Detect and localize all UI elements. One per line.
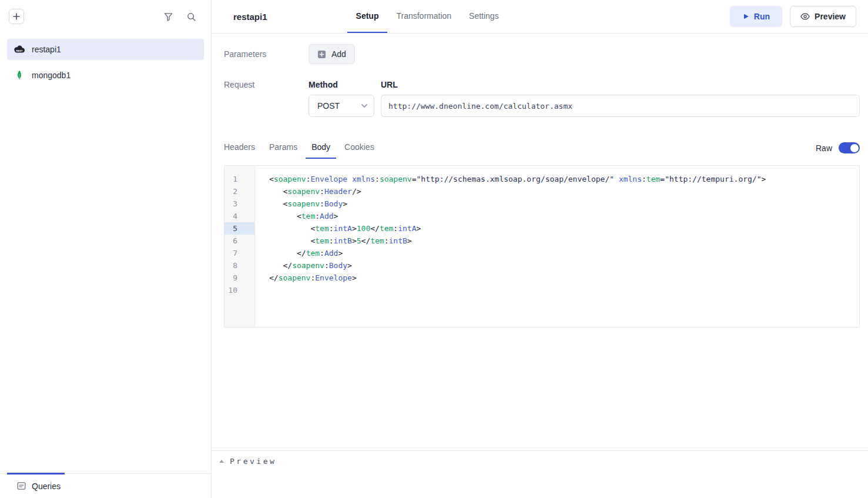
line-number: 9 [224, 272, 254, 284]
line-number: 4 [224, 210, 254, 222]
entity-label: restapi1 [32, 45, 61, 54]
body-code-editor: 12345678910 <soapenv:Envelope xmlns:soap… [224, 165, 860, 327]
tab-headers[interactable]: Headers [218, 137, 261, 159]
request-label: Request [224, 80, 309, 117]
method-label: Method [309, 80, 374, 89]
tab-settings[interactable]: Settings [460, 0, 508, 33]
queries-icon [16, 481, 26, 491]
line-number: 3 [224, 198, 254, 210]
add-parameter-button[interactable]: Add [309, 44, 355, 64]
line-number: 10 [224, 284, 254, 296]
active-tab-indicator [7, 473, 65, 474]
code-line[interactable]: <tem:Add> [269, 210, 859, 222]
code-line[interactable]: <soapenv:Header/> [269, 185, 859, 198]
run-button[interactable]: Run [730, 6, 782, 27]
tab-transformation[interactable]: Transformation [387, 0, 460, 33]
caret-up-icon [219, 459, 224, 463]
line-number: 6 [224, 235, 254, 247]
raw-label: Raw [816, 143, 832, 153]
tab-cookies[interactable]: Cookies [339, 137, 380, 159]
sidebar-item-restapi1[interactable]: REST restapi1 [7, 39, 204, 60]
eye-icon [800, 12, 810, 21]
code-line[interactable] [269, 284, 859, 296]
query-header: restapi1 Setup Transformation Settings R… [212, 0, 868, 34]
sidebar-item-mongodb1[interactable]: mongodb1 [7, 65, 204, 86]
app-window: REST restapi1 mongodb1 [0, 0, 868, 498]
sidebar-toolbar [0, 0, 211, 33]
tab-params[interactable]: Params [263, 137, 303, 159]
query-tabs: Setup Transformation Settings [347, 0, 508, 33]
svg-text:REST: REST [16, 49, 23, 52]
preview-panel-label: Preview [230, 457, 276, 466]
line-number: 1 [224, 173, 254, 185]
rest-api-icon: REST [13, 45, 26, 54]
header-actions: Run Preview [730, 6, 856, 27]
toggle-knob [850, 144, 859, 152]
parameters-row: Parameters Add [224, 44, 860, 64]
chevron-down-icon [360, 101, 369, 111]
tab-setup[interactable]: Setup [347, 0, 388, 33]
method-field: Method POST [309, 80, 374, 117]
editor-code[interactable]: <soapenv:Envelope xmlns:soapenv="http://… [255, 166, 859, 327]
parameters-label: Parameters [224, 49, 309, 59]
code-line[interactable]: <tem:intA>100</tem:intA> [269, 222, 859, 235]
line-number: 5 [224, 222, 254, 235]
method-select[interactable]: POST [309, 95, 374, 117]
raw-toggle[interactable] [839, 142, 860, 153]
entity-label: mongodb1 [32, 71, 71, 80]
body-tabs-row: Headers Params Body Cookies Raw [224, 137, 860, 159]
url-field: URL [381, 80, 860, 117]
tab-queries[interactable]: Queries [32, 482, 61, 491]
code-line[interactable]: <soapenv:Envelope xmlns:soapenv="http://… [269, 173, 859, 185]
sidebar: REST restapi1 mongodb1 [0, 0, 212, 498]
body-tabs: Headers Params Body Cookies [218, 137, 383, 159]
code-line[interactable]: </soapenv:Envelope> [269, 272, 859, 284]
code-line[interactable]: </tem:Add> [269, 247, 859, 259]
setup-content: Parameters Add Request Method POST [212, 34, 868, 450]
new-entity-button[interactable] [9, 9, 24, 24]
code-line[interactable]: <soapenv:Body> [269, 198, 859, 210]
line-number: 2 [224, 185, 254, 198]
response-preview-bar[interactable]: Preview [212, 450, 868, 498]
search-icon [186, 12, 196, 22]
mongodb-icon [13, 69, 26, 81]
code-line[interactable]: </soapenv:Body> [269, 259, 859, 272]
filter-icon [163, 12, 173, 22]
search-button[interactable] [185, 10, 198, 24]
entity-list: REST restapi1 mongodb1 [0, 33, 211, 473]
plus-icon [13, 13, 20, 20]
preview-button[interactable]: Preview [790, 6, 856, 27]
request-section: Request Method POST URL [224, 80, 860, 117]
editor-gutter: 12345678910 [224, 166, 255, 327]
url-input[interactable] [381, 95, 860, 117]
code-line[interactable]: <tem:intB>5</tem:intB> [269, 235, 859, 247]
line-number: 7 [224, 247, 254, 259]
plus-square-icon [317, 50, 326, 59]
play-icon [742, 13, 749, 20]
line-number: 8 [224, 259, 254, 272]
tab-body[interactable]: Body [306, 137, 336, 159]
sidebar-bottom-tabs: Queries [0, 473, 211, 498]
raw-toggle-group: Raw [816, 142, 860, 153]
main-panel: restapi1 Setup Transformation Settings R… [212, 0, 868, 498]
filter-button[interactable] [162, 10, 175, 24]
url-label: URL [381, 80, 860, 89]
method-value: POST [317, 101, 340, 111]
query-title: restapi1 [233, 12, 267, 22]
